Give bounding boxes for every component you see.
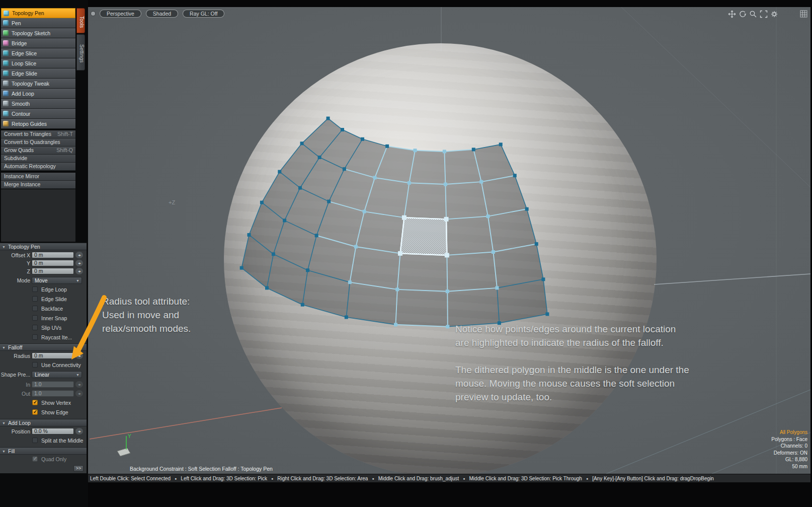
position-row: Position 0.0 % [0, 428, 87, 435]
orbit-icon[interactable] [739, 10, 747, 18]
cmd-convert-to-quadrangles[interactable]: Convert to Quadrangles [1, 138, 75, 147]
split-middle-label: Split at the Middle [41, 438, 83, 444]
section-label: Topology Pen [8, 244, 40, 250]
tool-item-edge-slide[interactable]: Edge Slide [1, 68, 75, 79]
viewport-menu-dot[interactable] [91, 12, 95, 16]
cube-icon [3, 101, 9, 106]
sphere-model[interactable] [224, 43, 657, 474]
cmd-automatic-retopology[interactable]: Automatic Retopology [1, 163, 75, 171]
section-topology-pen[interactable]: Topology Pen [0, 243, 87, 250]
edge-loop-checkbox[interactable] [32, 286, 38, 292]
shaded-button[interactable]: Shaded [146, 10, 178, 18]
offset-x-mini-slider[interactable] [75, 252, 83, 258]
offset-y-field[interactable]: 0 m [32, 260, 74, 266]
status-segment: Middle Click and Drag: 3D Selection: Pic… [469, 476, 589, 481]
inner-snap-label: Inner Snap [41, 315, 67, 321]
out-field: 1.0 [32, 390, 74, 397]
tool-item-topology-pen[interactable]: Topology Pen [1, 8, 75, 18]
show-edge-label: Show Edge [41, 409, 68, 415]
annotation-line: preview to update, too. [455, 390, 689, 404]
tool-item-topology-tweak[interactable]: Topology Tweak [1, 79, 75, 89]
shape-preset-value: Linear [35, 372, 49, 378]
tool-item-add-loop[interactable]: Add Loop [1, 89, 75, 99]
raygl-button[interactable]: Ray GL: Off [183, 10, 224, 18]
tool-item-topology-sketch[interactable]: Topology Sketch [1, 28, 75, 38]
cube-icon [3, 81, 9, 86]
section-add-loop[interactable]: Add Loop [0, 419, 87, 426]
grid-thumbnail-icon[interactable] [800, 10, 807, 20]
quad-only-checkbox[interactable] [32, 456, 38, 462]
annotation-line: Notice how points/edges around the curre… [455, 322, 689, 336]
section-fill[interactable]: Fill [0, 447, 87, 455]
position-field[interactable]: 0.0 % [32, 428, 74, 434]
cmd-shortcut: Shift-T [57, 130, 73, 138]
offset-y-label: Y [0, 260, 30, 266]
tool-label: Loop Slice [12, 60, 36, 66]
section-falloff[interactable]: Falloff [0, 343, 87, 351]
gear-icon[interactable] [770, 10, 778, 18]
edge-slide-label: Edge Slide [41, 296, 67, 302]
perspective-button[interactable]: Perspective [100, 10, 141, 18]
annotation-line [455, 349, 689, 363]
channels-info: Channels: 0 [771, 443, 807, 450]
cmd-merge-instance[interactable]: Merge Instance [1, 181, 75, 189]
edge-slide-row: Edge Slide [0, 296, 87, 303]
tool-item-loop-slice[interactable]: Loop Slice [1, 58, 75, 68]
tool-item-contour[interactable]: Contour [1, 109, 75, 119]
tool-item-bridge[interactable]: Bridge [1, 38, 75, 48]
deformers-info: Deformers: ON [771, 450, 807, 457]
backface-checkbox[interactable] [32, 306, 38, 311]
use-connectivity-label: Use Connectivity [41, 362, 81, 368]
zoom-icon[interactable] [749, 10, 757, 18]
edge-loop-row: Edge Loop [0, 286, 87, 294]
radius-mini-slider[interactable] [75, 352, 83, 359]
cmd-label: Subdivide [4, 155, 27, 161]
tool-item-edge-slice[interactable]: Edge Slice [1, 48, 75, 58]
focal-length-info: 50 mm [771, 463, 807, 470]
tool-item-smooth[interactable]: Smooth [1, 99, 75, 109]
raycast-checkbox[interactable] [32, 334, 38, 340]
cube-icon [3, 70, 9, 76]
cmd-instance-mirror[interactable]: Instance Mirror [1, 173, 75, 181]
expand-button[interactable]: >> [73, 465, 84, 472]
offset-z-mini-slider[interactable] [75, 268, 83, 274]
viewport-topbar: Perspective Shaded Ray GL: Off [91, 10, 224, 18]
edge-slide-checkbox[interactable] [32, 296, 38, 302]
cmd-label: Grow Quads [4, 147, 34, 153]
show-vertex-row: Show Vertex [0, 400, 87, 407]
maximize-icon[interactable] [760, 10, 768, 18]
position-label: Position [0, 428, 30, 434]
inner-snap-checkbox[interactable] [32, 315, 38, 321]
tool-item-pen[interactable]: Pen [1, 18, 75, 28]
shape-preset-dropdown[interactable]: Linear [32, 371, 82, 378]
shape-preset-label: Shape Pre... [0, 372, 30, 378]
mode-dropdown[interactable]: Move [32, 277, 82, 284]
cmd-subdivide[interactable]: Subdivide [1, 155, 75, 163]
position-mini-slider[interactable] [75, 428, 83, 434]
status-segment: Left Click and Drag: 3D Selection: Pick [181, 476, 273, 481]
show-edge-checkbox[interactable] [32, 409, 38, 415]
cmd-convert-to-triangles[interactable]: Convert to Triangles Shift-T [1, 130, 75, 138]
pan-icon[interactable] [728, 10, 736, 18]
offset-y-row: Y 0 m [0, 260, 87, 267]
split-middle-checkbox[interactable] [32, 438, 38, 443]
status-bar: Left Double Click: Select Connected Left… [88, 474, 810, 482]
offset-y-mini-slider[interactable] [75, 260, 83, 266]
annotation-line: relax/smooth modes. [102, 322, 191, 335]
raycast-row: Raycast Ite... [0, 334, 87, 341]
viewport-3d[interactable]: Perspective Shaded Ray GL: Off [88, 7, 810, 474]
quad-only-label: Quad Only [41, 456, 66, 462]
radius-field[interactable]: 0 m [32, 352, 74, 359]
show-vertex-checkbox[interactable] [32, 400, 38, 405]
tool-item-retopo-guides[interactable]: Retopo Guides [1, 119, 75, 129]
panel-spacer [1, 189, 75, 242]
tab-tools[interactable]: Tools [76, 8, 85, 33]
annotation-line: Used in move and [102, 308, 191, 322]
use-connectivity-checkbox[interactable] [32, 362, 38, 368]
tool-label: Retopo Guides [12, 121, 47, 127]
slip-uvs-checkbox[interactable] [32, 325, 38, 330]
cmd-grow-quads[interactable]: Grow Quads Shift-Q [1, 147, 75, 155]
offset-z-field[interactable]: 0 m [32, 268, 74, 274]
tab-settings[interactable]: Settings [76, 34, 85, 70]
offset-x-field[interactable]: 0 m [32, 252, 74, 258]
